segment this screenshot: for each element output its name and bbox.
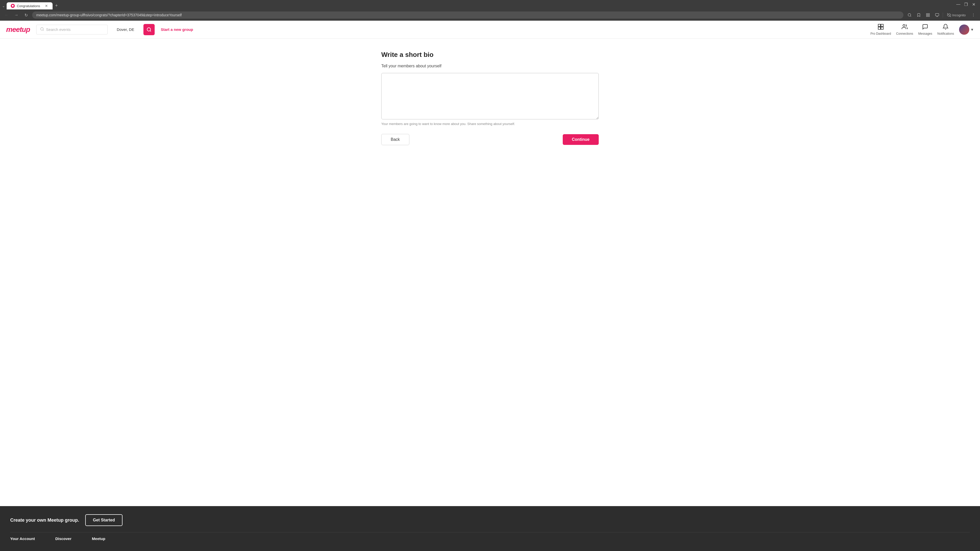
browser-toolbar: ← → ↻ Incognito [0, 10, 980, 21]
svg-rect-15 [878, 27, 880, 29]
continue-button[interactable]: Continue [563, 134, 599, 145]
nav-actions: Pro Dashboard Connections Messages Notif… [870, 24, 974, 35]
incognito-indicator[interactable]: Incognito [945, 12, 968, 18]
search-button[interactable] [143, 24, 155, 35]
start-new-group-link[interactable]: Start a new group [161, 27, 193, 32]
footer-promo-text: Create your own Meetup group. [10, 518, 79, 523]
browser-tab-active[interactable]: Congratulations ✕ [6, 2, 52, 10]
menu-button[interactable] [970, 11, 977, 19]
form-title: Write a short bio [381, 51, 599, 59]
helper-text: Your members are going to want to know m… [381, 122, 599, 126]
back-nav-button[interactable]: ← [3, 11, 10, 19]
svg-point-10 [41, 27, 43, 30]
profile-switcher-button[interactable] [934, 11, 941, 19]
search-bar[interactable]: Search events [36, 25, 108, 35]
svg-point-11 [147, 27, 150, 31]
svg-rect-1 [926, 14, 928, 15]
footer-col-your-account: Your Account [10, 537, 35, 543]
footer-columns: Your Account Discover Meetup [10, 537, 970, 543]
browser-tab-bar: ⌄ Congratulations ✕ + [0, 0, 980, 10]
browser-chrome: ⌄ Congratulations ✕ + — ❐ ✕ ← → ↻ [0, 0, 980, 21]
footer-col-title-1: Your Account [10, 537, 35, 541]
connections-nav[interactable]: Connections [896, 24, 913, 35]
maximize-button[interactable]: ❐ [964, 2, 968, 6]
messages-nav[interactable]: Messages [918, 24, 932, 35]
messages-label: Messages [918, 32, 932, 35]
meetup-logo[interactable]: meetup [6, 25, 30, 34]
location-display: Dover, DE [114, 27, 137, 32]
footer-col-meetup: Meetup [92, 537, 105, 543]
browser-tab-bar-wrapper: ⌄ Congratulations ✕ + — ❐ ✕ [0, 0, 980, 10]
footer-col-title-3: Meetup [92, 537, 105, 541]
pro-dashboard-icon [878, 24, 884, 32]
tab-list-chevron[interactable]: ⌄ [2, 4, 6, 10]
footer-col-title-2: Discover [56, 537, 72, 541]
form-subtitle: Tell your members about yourself [381, 64, 599, 68]
back-button[interactable]: Back [381, 134, 409, 145]
site-header: meetup Search events Dover, DE Start a n… [0, 21, 980, 38]
svg-rect-14 [881, 27, 883, 29]
extensions-button[interactable] [924, 11, 932, 19]
tab-favicon [11, 4, 15, 8]
footer-promo: Create your own Meetup group. Get Starte… [10, 514, 970, 526]
connections-icon [902, 24, 908, 32]
svg-point-0 [908, 14, 911, 16]
svg-point-7 [973, 14, 974, 14]
tab-title: Congratulations [17, 4, 42, 8]
svg-point-9 [973, 16, 974, 17]
search-placeholder-text: Search events [46, 27, 71, 32]
user-avatar-wrapper[interactable]: ▼ [959, 24, 974, 35]
svg-rect-3 [928, 15, 930, 17]
svg-rect-13 [881, 24, 883, 27]
search-toolbar-button[interactable] [906, 11, 913, 19]
minimize-button[interactable]: — [956, 2, 961, 6]
address-bar[interactable] [32, 11, 904, 19]
svg-rect-5 [935, 14, 939, 16]
notifications-nav[interactable]: Notifications [937, 24, 954, 35]
toolbar-right: Incognito [906, 11, 977, 19]
forward-nav-button[interactable]: → [13, 11, 20, 19]
app-container: meetup Search events Dover, DE Start a n… [0, 21, 980, 551]
pro-dashboard-nav[interactable]: Pro Dashboard [870, 24, 891, 35]
reload-button[interactable]: ↻ [22, 11, 30, 19]
notifications-icon [942, 24, 948, 32]
connections-label: Connections [896, 32, 913, 35]
footer-col-discover: Discover [56, 537, 72, 543]
form-actions: Back Continue [381, 134, 599, 145]
footer-divider [10, 532, 970, 532]
bookmark-button[interactable] [915, 11, 922, 19]
new-tab-button[interactable]: + [52, 2, 60, 10]
svg-rect-4 [926, 15, 928, 17]
notifications-label: Notifications [937, 32, 954, 35]
bio-textarea[interactable] [381, 73, 599, 119]
pro-dashboard-label: Pro Dashboard [870, 32, 891, 35]
window-controls: — ❐ ✕ [956, 2, 976, 6]
main-content: Write a short bio Tell your members abou… [375, 38, 605, 506]
search-icon [40, 27, 44, 32]
incognito-label: Incognito [952, 13, 966, 17]
user-avatar [959, 24, 969, 35]
svg-rect-12 [878, 24, 880, 27]
svg-point-16 [903, 24, 905, 27]
close-window-button[interactable]: ✕ [971, 2, 976, 6]
messages-icon [922, 24, 928, 32]
tab-close-button[interactable]: ✕ [45, 4, 48, 8]
svg-rect-2 [928, 14, 930, 15]
user-dropdown-arrow[interactable]: ▼ [970, 27, 974, 32]
get-started-button[interactable]: Get Started [85, 514, 123, 526]
site-footer: Create your own Meetup group. Get Starte… [0, 506, 980, 551]
svg-point-8 [973, 15, 974, 15]
